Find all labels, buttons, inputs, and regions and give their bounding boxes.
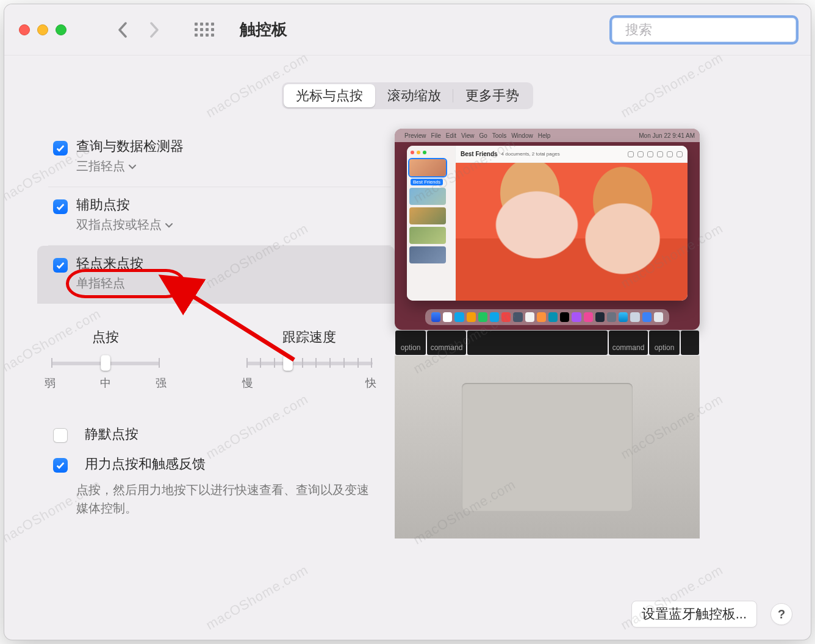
preview-window: Best Friends Best Friends 4 documents, 2… — [407, 146, 688, 301]
slider-click[interactable] — [51, 357, 160, 367]
thumbnail — [409, 227, 446, 244]
help-button[interactable]: ? — [770, 603, 792, 625]
minimize-button[interactable] — [37, 24, 48, 35]
thumbnail — [409, 188, 446, 205]
forward-button[interactable] — [142, 18, 167, 42]
option-lookup: 查询与数据检测器 三指轻点 — [37, 127, 395, 187]
slider-click-knob[interactable] — [101, 355, 110, 371]
thumbnail — [409, 159, 446, 176]
option-lookup-dropdown[interactable]: 三指轻点 — [76, 158, 184, 174]
chevron-down-icon — [165, 220, 173, 230]
preview-menubar: Preview File Edit View Go Tools Window H… — [395, 129, 700, 142]
option-silent-label: 静默点按 — [85, 424, 138, 443]
search-input[interactable] — [625, 22, 793, 38]
checkbox-force-click[interactable] — [53, 458, 68, 473]
slider-tracking-label: 跟踪速度 — [282, 328, 336, 346]
option-secondary-click: 辅助点按 双指点按或轻点 — [37, 187, 395, 245]
search-field[interactable] — [609, 15, 799, 45]
checkbox-secondary-click[interactable] — [53, 199, 68, 214]
preview-photo — [456, 163, 688, 301]
slider-tracking-knob[interactable] — [283, 355, 293, 371]
option-lookup-label: 查询与数据检测器 — [76, 137, 184, 156]
option-tap-to-click: 轻点来点按 单指轻点 — [37, 246, 395, 304]
page-title: 触控板 — [240, 19, 287, 40]
close-button[interactable] — [19, 24, 30, 35]
slider-tracking[interactable] — [246, 357, 373, 367]
preview-trackpad — [462, 383, 633, 511]
checkbox-lookup[interactable] — [53, 141, 68, 156]
tab-scroll-zoom[interactable]: 滚动缩放 — [375, 84, 453, 107]
selection-label: Best Friends — [411, 179, 443, 185]
slider-click-max: 强 — [156, 376, 167, 390]
slider-tracking-max: 快 — [365, 376, 376, 390]
thumbnail — [409, 246, 446, 263]
preview-area: Preview File Edit View Go Tools Window H… — [395, 129, 789, 538]
preview-dock — [425, 309, 669, 325]
preview-keyboard: option command command option — [395, 330, 700, 356]
slider-click-mid: 中 — [100, 376, 111, 390]
option-secondary-label: 辅助点按 — [76, 196, 173, 214]
zoom-button[interactable] — [56, 24, 66, 35]
slider-tracking-min: 慢 — [242, 376, 253, 390]
thumbnail — [409, 207, 446, 224]
option-tap-sub: 单指轻点 — [76, 275, 143, 292]
show-all-button[interactable] — [192, 18, 217, 42]
checkbox-silent-click[interactable] — [53, 428, 68, 443]
chevron-down-icon — [129, 162, 136, 171]
slider-click-min: 弱 — [45, 376, 56, 390]
checkbox-tap-to-click[interactable] — [53, 258, 68, 273]
preview-monitor: Preview File Edit View Go Tools Window H… — [395, 129, 700, 330]
option-tap-label: 轻点来点按 — [76, 254, 143, 273]
option-secondary-dropdown[interactable]: 双指点按或轻点 — [76, 216, 173, 233]
slider-click-label: 点按 — [92, 328, 119, 346]
tab-more-gestures[interactable]: 更多手势 — [453, 84, 531, 107]
option-force-desc: 点按，然后用力地按下以进行快速查看、查询以及变速媒体控制。 — [53, 481, 395, 517]
back-button[interactable] — [110, 18, 135, 42]
setup-bluetooth-trackpad-button[interactable]: 设置蓝牙触控板... — [631, 601, 757, 628]
tab-bar: 光标与点按 滚动缩放 更多手势 — [282, 82, 533, 109]
preview-device — [395, 356, 700, 538]
tab-point-and-click[interactable]: 光标与点按 — [284, 84, 375, 107]
option-force-label: 用力点按和触感反馈 — [85, 454, 206, 473]
